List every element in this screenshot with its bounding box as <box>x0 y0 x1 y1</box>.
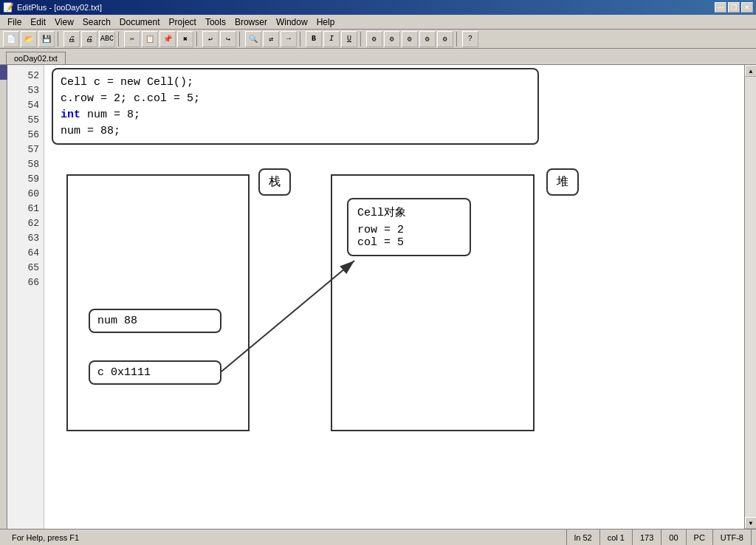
bookmark-indicator <box>0 65 7 80</box>
extra3-button[interactable]: ⚙ <box>402 31 418 47</box>
menu-view[interactable]: View <box>50 16 78 29</box>
line-num-62: 62 <box>7 216 44 230</box>
extra1-button[interactable]: ⚙ <box>366 31 382 47</box>
code-area[interactable]: Cell c = new Cell(); c.row = 2; c.col = … <box>44 65 744 529</box>
menu-search[interactable]: Search <box>78 16 115 29</box>
underline-button[interactable]: U <box>341 31 357 47</box>
copy-button[interactable]: 📋 <box>142 31 158 47</box>
titlebar-controls: — ❐ ✕ <box>715 2 753 13</box>
minimize-button[interactable]: — <box>715 2 726 13</box>
status-ln: ln 52 <box>567 529 600 545</box>
code-line-2: c.row = 2; c.col = 5; <box>61 90 530 106</box>
line-num-63: 63 <box>7 230 44 245</box>
redo-button[interactable]: ↪ <box>220 31 236 47</box>
status-col: col 1 <box>600 529 633 545</box>
print2-button[interactable]: 🖨 <box>81 31 97 47</box>
line-num-53: 53 <box>7 83 44 97</box>
extra5-button[interactable]: ⚙ <box>437 31 453 47</box>
line-num-65: 65 <box>7 260 44 275</box>
line-num-59: 59 <box>7 171 44 186</box>
print-button[interactable]: 🖨 <box>63 31 80 47</box>
toolbar: 📄 📂 💾 🖨 🖨 ABC ✂ 📋 📌 ✖ ↩ ↪ 🔍 ⇄ → B I U ⚙ … <box>0 30 756 49</box>
open-button[interactable]: 📂 <box>21 31 37 47</box>
left-gutter <box>0 65 7 529</box>
line-num-60: 60 <box>7 186 44 201</box>
undo-button[interactable]: ↩ <box>202 31 219 47</box>
replace-button[interactable]: ⇄ <box>263 31 279 47</box>
close-button[interactable]: ✕ <box>741 2 753 13</box>
status-hex: 00 <box>662 529 686 545</box>
heap-label: 堆 <box>546 168 579 196</box>
line-num-54: 54 <box>7 97 44 112</box>
code-line-3: int num = 8; <box>61 106 530 123</box>
stack-box <box>66 174 250 431</box>
code-line-4: num = 88; <box>61 123 530 139</box>
app-icon: 📝 <box>3 2 14 13</box>
goto-button[interactable]: → <box>281 31 297 47</box>
sep1 <box>58 32 61 47</box>
statusbar: For Help, press F1 ln 52 col 1 173 00 PC… <box>0 529 756 545</box>
menu-file[interactable]: File <box>3 16 26 29</box>
cell-title: Cell对象 <box>357 205 461 219</box>
save-button[interactable]: 💾 <box>38 31 55 47</box>
editor-container: 52 53 54 55 56 57 58 59 60 61 62 63 64 6… <box>0 65 756 529</box>
scroll-track[interactable] <box>745 77 756 517</box>
restore-button[interactable]: ❐ <box>728 2 740 13</box>
find-button[interactable]: 🔍 <box>245 31 261 47</box>
status-num: 173 <box>633 529 662 545</box>
scroll-down-button[interactable]: ▼ <box>745 517 756 529</box>
titlebar-left: 📝 EditPlus - [ooDay02.txt] <box>3 2 102 13</box>
cell-row: row = 2 <box>357 224 461 236</box>
sep5 <box>300 32 303 47</box>
cell-object-box: Cell对象 row = 2 col = 5 <box>347 198 471 256</box>
menu-tools[interactable]: Tools <box>201 16 230 29</box>
paste-button[interactable]: 📌 <box>159 31 176 47</box>
menubar: File Edit View Search Document Project T… <box>0 15 756 30</box>
titlebar: 📝 EditPlus - [ooDay02.txt] — ❐ ✕ <box>0 0 756 15</box>
new-button[interactable]: 📄 <box>3 31 19 47</box>
help-button[interactable]: ? <box>462 31 478 47</box>
line-num-61: 61 <box>7 201 44 216</box>
cell-col: col = 5 <box>357 236 461 249</box>
vertical-scrollbar[interactable]: ▲ ▼ <box>744 65 756 529</box>
code-box: Cell c = new Cell(); c.row = 2; c.col = … <box>52 68 539 145</box>
bold-button[interactable]: B <box>306 31 322 47</box>
sep3 <box>196 32 199 47</box>
line-num-58: 58 <box>7 157 44 171</box>
line-numbers: 52 53 54 55 56 57 58 59 60 61 62 63 64 6… <box>7 65 44 529</box>
menu-document[interactable]: Document <box>115 16 165 29</box>
italic-button[interactable]: I <box>323 31 340 47</box>
spell-button[interactable]: ABC <box>99 31 115 47</box>
menu-browser[interactable]: Browser <box>230 16 272 29</box>
menu-window[interactable]: Window <box>272 16 312 29</box>
sep6 <box>360 32 363 47</box>
line-num-55: 55 <box>7 112 44 127</box>
extra4-button[interactable]: ⚙ <box>419 31 436 47</box>
file-tab[interactable]: ooDay02.txt <box>6 52 66 64</box>
sep4 <box>239 32 242 47</box>
cut-button[interactable]: ✂ <box>124 31 140 47</box>
scroll-up-button[interactable]: ▲ <box>745 65 756 77</box>
stack-label: 栈 <box>258 168 291 196</box>
sep7 <box>456 32 459 47</box>
line-num-57: 57 <box>7 142 44 157</box>
menu-help[interactable]: Help <box>312 16 340 29</box>
titlebar-title: EditPlus - [ooDay02.txt] <box>17 3 102 12</box>
menu-project[interactable]: Project <box>165 16 201 29</box>
status-encoding: UTF-8 <box>713 529 752 545</box>
status-help: For Help, press F1 <box>4 529 567 545</box>
num-box: num 88 <box>89 309 221 333</box>
line-num-66: 66 <box>7 275 44 289</box>
sep2 <box>118 32 121 47</box>
extra2-button[interactable]: ⚙ <box>384 31 400 47</box>
tabbar: ooDay02.txt <box>0 49 756 65</box>
line-num-64: 64 <box>7 245 44 260</box>
line-num-56: 56 <box>7 127 44 142</box>
c-box: c 0x1111 <box>89 360 221 385</box>
code-line-1: Cell c = new Cell(); <box>61 74 530 90</box>
status-mode: PC <box>687 529 713 545</box>
menu-edit[interactable]: Edit <box>26 16 50 29</box>
line-num-52: 52 <box>7 68 44 83</box>
delete-button[interactable]: ✖ <box>177 31 193 47</box>
